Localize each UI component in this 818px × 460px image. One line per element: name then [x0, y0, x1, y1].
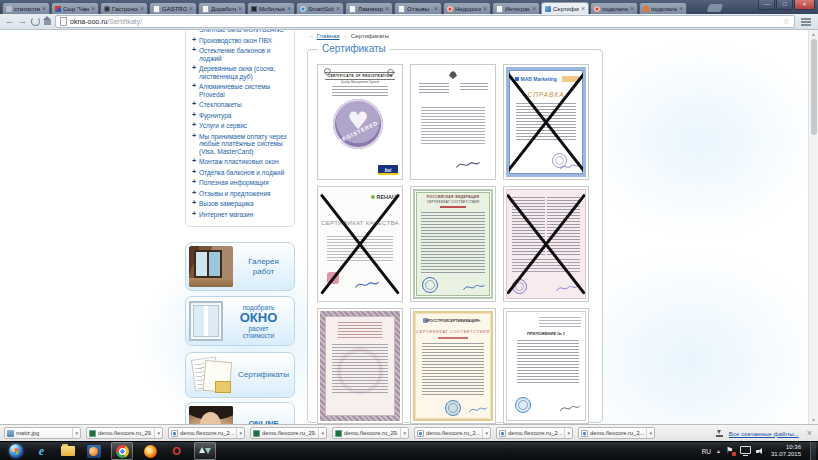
- browser-tab[interactable]: Ламиниров ×: [345, 2, 393, 14]
- browser-menu-icon[interactable]: [801, 18, 811, 26]
- scroll-down-icon[interactable]: ▼: [809, 417, 818, 423]
- tab-close-icon[interactable]: ×: [532, 6, 536, 12]
- address-bar[interactable]: okna-ooo.ru/Sertifikaty/ ☆: [55, 15, 795, 28]
- bookmark-star-icon[interactable]: ☆: [783, 18, 790, 26]
- browser-tab[interactable]: GASTRONO ×: [149, 2, 197, 14]
- sidebar-menu-link[interactable]: Стеклопакеты: [192, 101, 291, 109]
- sidebar-menu-link[interactable]: Интернет магазин: [192, 211, 291, 219]
- downloads-bar-close-icon[interactable]: ×: [807, 429, 812, 438]
- volume-icon[interactable]: [756, 447, 764, 456]
- certificates-widget[interactable]: Сертификаты: [185, 352, 295, 398]
- home-icon[interactable]: [44, 20, 51, 25]
- taskbar-app-icon[interactable]: [111, 442, 133, 460]
- certificate-thumbnail[interactable]: CERTIFICATE OF REGISTRATION Quality Mana…: [317, 64, 403, 180]
- download-caret-icon[interactable]: ▾: [236, 428, 242, 438]
- sidebar-menu-link[interactable]: Фурнитура: [192, 112, 291, 120]
- taskbar-clock[interactable]: 10:36 31.07.2015: [771, 444, 801, 458]
- certificate-thumbnail[interactable]: «РОССТРОЙСЕРТИФИКАЦИЯ» СЕРТИФИКАТ СООТВЕ…: [410, 308, 496, 424]
- certificate-thumbnail[interactable]: РОССИЙСКАЯ ФЕДЕРАЦИЯ СЕРТИФИКАТ СООТВЕТС…: [410, 186, 496, 302]
- download-item[interactable]: demo.flexcore.ru_2...html ▾: [578, 427, 655, 439]
- sidebar-menu-link[interactable]: Мы принимаем оплату через любые платёжны…: [192, 133, 291, 156]
- download-caret-icon[interactable]: ▾: [482, 428, 488, 438]
- browser-tab[interactable]: подключени ×: [590, 2, 638, 14]
- new-tab-button[interactable]: [707, 4, 724, 12]
- download-caret-icon[interactable]: ▾: [154, 428, 160, 438]
- download-item[interactable]: demo.flexcore.ru_29....csv ▾: [332, 427, 409, 439]
- taskbar-app-icon[interactable]: [59, 443, 76, 459]
- download-item[interactable]: matiz.jpg ▾: [4, 427, 81, 439]
- tab-close-icon[interactable]: ×: [679, 6, 683, 12]
- show-desktop-button[interactable]: [810, 442, 816, 460]
- tab-close-icon[interactable]: ×: [630, 6, 634, 12]
- sidebar-menu-link[interactable]: Полезная информация: [192, 179, 291, 187]
- tab-close-icon[interactable]: ×: [385, 6, 389, 12]
- download-caret-icon[interactable]: ▾: [400, 428, 406, 438]
- tab-close-icon[interactable]: ×: [287, 6, 291, 12]
- window-close-button[interactable]: ×: [794, 0, 815, 10]
- sidebar-menu-link[interactable]: Отделка балконов и лоджий: [192, 169, 291, 177]
- taskbar-app-icon[interactable]: O: [168, 443, 185, 459]
- certificate-thumbnail[interactable]: ПРИЛОЖЕНИЕ № 1: [503, 308, 589, 424]
- window-maximize-button[interactable]: □: [776, 0, 793, 10]
- taskbar-app-icon[interactable]: [194, 442, 216, 460]
- show-all-downloads-link[interactable]: Все скачанные файлы...: [729, 430, 799, 437]
- browser-tab[interactable]: Сертификат ×: [541, 2, 589, 14]
- download-caret-icon[interactable]: ▾: [318, 428, 324, 438]
- gallery-widget[interactable]: Галерея работ: [185, 242, 295, 291]
- sidebar-menu-link[interactable]: Алюминиевые системы Provedal: [192, 83, 291, 98]
- page-scrollbar[interactable]: ▲ ▼: [808, 30, 818, 424]
- taskbar-app-icon[interactable]: e: [33, 443, 50, 459]
- taskbar-app-icon[interactable]: [7, 443, 24, 459]
- browser-tab[interactable]: статистика ×: [2, 2, 50, 14]
- sidebar-menu-link[interactable]: Отзывы и предложения: [192, 190, 291, 198]
- tab-close-icon[interactable]: ×: [434, 6, 438, 12]
- certificate-thumbnail[interactable]: СПРАВКА MAB Marketing: [503, 64, 589, 180]
- certificate-thumbnail[interactable]: [503, 186, 589, 302]
- reload-icon[interactable]: [31, 17, 40, 26]
- browser-tab[interactable]: Интеграци ×: [492, 2, 540, 14]
- back-button[interactable]: ←: [5, 17, 14, 26]
- tab-close-icon[interactable]: ×: [581, 6, 585, 12]
- tab-close-icon[interactable]: ×: [189, 6, 193, 12]
- certificate-thumbnail[interactable]: [317, 308, 403, 424]
- taskbar-app-icon[interactable]: [85, 443, 102, 459]
- tab-close-icon[interactable]: ×: [483, 6, 487, 12]
- browser-tab[interactable]: Недорогие ×: [443, 2, 491, 14]
- scrollbar-thumb[interactable]: [811, 39, 817, 135]
- tab-close-icon[interactable]: ×: [140, 6, 144, 12]
- certificate-thumbnail[interactable]: [410, 64, 496, 180]
- sidebar-menu-link[interactable]: Вызов замерщика: [192, 200, 291, 208]
- browser-tab[interactable]: подключени ×: [639, 2, 687, 14]
- certificate-thumbnail[interactable]: СЕРТИФИКАТ КАЧЕСТВА REHAU: [317, 186, 403, 302]
- forward-button[interactable]: →: [18, 17, 27, 26]
- sidebar-menu-link[interactable]: Производство окон ПВХ: [192, 37, 291, 45]
- download-item[interactable]: demo.flexcore.ru_2...html ▾: [414, 427, 491, 439]
- sidebar-menu-link[interactable]: Монтаж пластиковых окон: [192, 158, 291, 166]
- language-indicator[interactable]: RU: [702, 448, 711, 455]
- browser-tab[interactable]: Сыр "Чанах ×: [51, 2, 99, 14]
- browser-tab[interactable]: Гастрономи ×: [100, 2, 148, 14]
- window-calculator-widget[interactable]: подобрать ОКНО расчет стоимости: [185, 296, 295, 346]
- online-consultant-widget[interactable]: ONLINE: [185, 402, 295, 424]
- window-minimize-button[interactable]: —: [758, 0, 775, 10]
- browser-tab[interactable]: SmartSoluti ×: [296, 2, 344, 14]
- sidebar-menu-link[interactable]: Деревянные окна (сосна, лиственница дуб): [192, 65, 291, 80]
- tab-close-icon[interactable]: ×: [336, 6, 340, 12]
- tab-close-icon[interactable]: ×: [238, 6, 242, 12]
- sidebar-menu-link[interactable]: Остекление балконов и лоджий: [192, 47, 291, 62]
- download-caret-icon[interactable]: ▾: [72, 428, 78, 438]
- action-center-flag-icon[interactable]: [726, 447, 735, 456]
- network-icon[interactable]: [740, 446, 751, 454]
- download-item[interactable]: demo.flexcore.ru_29....csv ▾: [86, 427, 163, 439]
- download-caret-icon[interactable]: ▾: [564, 428, 570, 438]
- download-item[interactable]: demo.flexcore.ru_29....csv ▾: [250, 427, 327, 439]
- tray-expand-icon[interactable]: ▲: [716, 448, 721, 454]
- browser-tab[interactable]: Отзывы ×: [394, 2, 442, 14]
- download-item[interactable]: demo.flexcore.ru_2...html ▾: [496, 427, 573, 439]
- scroll-up-icon[interactable]: ▲: [809, 31, 818, 37]
- breadcrumb-home-link[interactable]: Главная: [317, 33, 340, 39]
- taskbar-app-icon[interactable]: [142, 443, 159, 459]
- tab-close-icon[interactable]: ×: [42, 6, 46, 12]
- download-item[interactable]: demo.flexcore.ru_2...html ▾: [168, 427, 245, 439]
- sidebar-menu-link[interactable]: Элитные окна MONTBLANC: [192, 30, 291, 34]
